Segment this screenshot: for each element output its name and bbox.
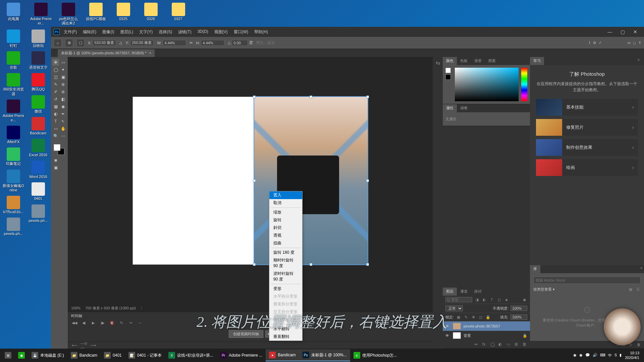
avatar-widget[interactable] <box>604 308 641 345</box>
desktop-icon[interactable]: 360安全浏览器 <box>3 73 24 96</box>
minimize-button[interactable]: — <box>604 28 616 36</box>
desktop-icon[interactable]: Adobe Premier... <box>30 3 52 25</box>
brush-tool[interactable]: ✐ <box>52 88 59 95</box>
lock-artboard-icon[interactable]: ◫ <box>478 314 483 320</box>
libraries-tab[interactable]: 库 <box>530 265 540 273</box>
menu-item[interactable]: 视图(V) <box>212 28 230 36</box>
desktop-icon[interactable]: 印象笔记 <box>3 147 24 166</box>
blend-mode-select[interactable]: 正常 <box>445 305 463 311</box>
fg-swatch[interactable] <box>445 68 451 73</box>
adjustments-tab[interactable]: 调整 <box>457 104 471 112</box>
document-tab[interactable]: 未标题-1 @ 100% (pexels-photo-3673557, RGB/… <box>58 49 155 57</box>
hue-slider[interactable] <box>521 68 527 101</box>
desktop-icon[interactable]: pexels-ph... <box>3 218 24 236</box>
panel-menu-icon[interactable]: ≡ <box>636 57 641 62</box>
fx-icon[interactable]: fx <box>482 342 487 347</box>
bg-swatch[interactable] <box>445 74 451 80</box>
context-menu-item[interactable]: 缩放 <box>269 208 302 216</box>
desktop-icon[interactable]: 0327 <box>168 3 189 25</box>
desktop-icon[interactable]: 语音转文字 <box>28 51 49 70</box>
close-tab-icon[interactable]: × <box>149 51 151 55</box>
taskbar-item[interactable]: ●Bandicam <box>266 349 299 361</box>
menu-item[interactable]: 3D(D) <box>195 28 211 36</box>
pen-tool[interactable]: ✒ <box>60 111 66 117</box>
lib-group-select[interactable]: 按类型查看 ▾ <box>533 287 555 292</box>
menu-item[interactable]: 窗口(W) <box>231 28 251 36</box>
transition-icon[interactable]: ↔ <box>137 319 144 326</box>
commit-transform-icon[interactable]: ✓ <box>599 41 602 45</box>
delta-icon[interactable]: △ <box>119 41 122 45</box>
next-frame-icon[interactable]: |▶ <box>99 319 106 326</box>
maximize-button[interactable]: ▢ <box>616 28 629 36</box>
create-timeline-button[interactable]: 创建视频时间轴 <box>229 330 263 338</box>
desktop-icon[interactable]: Adobe Premie... <box>3 100 24 122</box>
taskbar-item[interactable]: X设线+职业培训+第... <box>165 349 217 361</box>
path-tool[interactable]: ↖ <box>60 118 66 125</box>
link-icon[interactable]: ⇔ <box>190 41 193 45</box>
reference-point-icon[interactable]: ▢ <box>76 39 85 47</box>
layer-filter-input[interactable] <box>445 297 472 302</box>
play-icon[interactable]: ▶ <box>90 319 97 326</box>
zoom-readout[interactable]: 100% <box>71 306 80 310</box>
hand-tool[interactable]: ✋ <box>60 125 66 132</box>
timeline-zoom-out-icon[interactable]: ⟵ <box>71 342 78 349</box>
desktop-icon[interactable]: b7f5ca51b... <box>3 196 24 214</box>
menu-item[interactable]: 图层(L) <box>118 28 136 36</box>
more-tools[interactable]: ⋯ <box>60 133 66 139</box>
context-menu-item[interactable]: 斜切 <box>269 224 302 232</box>
taskbar-item[interactable]: e使用Photoshop怎... <box>350 349 400 361</box>
transform-origin-icon[interactable]: ⊞ <box>65 39 73 47</box>
desktop-icon[interactable]: 0326 <box>140 3 162 25</box>
home-icon[interactable]: ⌂ <box>54 39 62 47</box>
patterns-tab[interactable]: 图案 <box>485 57 499 65</box>
paths-tab[interactable]: 路径 <box>471 288 485 296</box>
frame-icon[interactable]: □ <box>633 41 636 45</box>
prev-frame-icon[interactable]: ◀| <box>80 319 87 326</box>
filter-adjust-icon[interactable]: ◐ <box>482 297 487 302</box>
opacity-input[interactable] <box>511 306 527 311</box>
desktop-icon[interactable]: 钉钉 <box>3 29 24 48</box>
mask-icon[interactable]: ◯ <box>490 342 495 347</box>
audio-icon[interactable]: 🔇 <box>109 319 115 326</box>
lock-pixel-icon[interactable]: ✎ <box>463 314 469 320</box>
visibility-icon[interactable]: 👁 <box>445 334 450 338</box>
warp-mode-icon[interactable]: ⌇ <box>589 41 590 45</box>
marquee-tool[interactable]: ▭ <box>60 59 66 66</box>
eyedropper-tool[interactable]: ✎ <box>52 81 59 88</box>
taskbar-item[interactable]: 📁Bandicam <box>67 349 101 361</box>
new-layer-icon[interactable]: ⊞ <box>515 342 519 347</box>
y-input[interactable] <box>130 40 154 46</box>
x-input[interactable] <box>93 40 116 46</box>
context-menu-item[interactable]: 变形 <box>269 285 302 293</box>
panel-menu-icon[interactable]: ≡ <box>639 265 644 270</box>
swatches-tab[interactable]: 色板 <box>457 57 471 65</box>
lib-grid-view-icon[interactable]: ▦ <box>628 287 633 292</box>
taskbar-item[interactable]: PrAdobe Premiere ... <box>217 349 266 361</box>
desktop-icon[interactable]: 设线PC模板 <box>85 3 107 25</box>
tray-icon[interactable]: ▮ <box>620 353 622 358</box>
context-menu-item[interactable]: 顺时针旋转 90 度 <box>269 256 302 270</box>
visibility-icon[interactable]: 👁 <box>445 324 450 328</box>
desktop-icon[interactable]: 微信 <box>28 95 49 114</box>
menu-item[interactable]: 帮助(H) <box>252 28 271 36</box>
color-tab[interactable]: 颜色 <box>443 57 457 65</box>
context-menu-item[interactable]: 置入 <box>269 191 302 199</box>
fill-input[interactable] <box>511 314 527 320</box>
taskbar-item[interactable]: ⊞ <box>1 349 15 361</box>
link-layers-icon[interactable]: ⇔ <box>474 342 479 347</box>
taskbar-item[interactable]: Ps未标题-1 @ 100%... <box>299 349 350 361</box>
context-menu-item[interactable]: 透视 <box>269 232 302 239</box>
menu-item[interactable]: 文字(Y) <box>137 28 155 36</box>
desktop-icon[interactable]: 0401 <box>28 182 49 201</box>
learn-item[interactable]: 绘画› <box>536 159 638 176</box>
frame-tool[interactable]: ▣ <box>60 74 66 80</box>
context-menu-item[interactable]: 水平翻转 <box>269 325 302 333</box>
h-input[interactable] <box>201 40 224 46</box>
filter-type-icon[interactable]: T <box>489 297 494 302</box>
status-arrow-icon[interactable]: 〉 <box>141 306 144 311</box>
lock-pos-icon[interactable]: ✥ <box>471 314 476 320</box>
adjustment-layer-icon[interactable]: ◐ <box>498 342 503 347</box>
zoom-tool[interactable]: 🔍 <box>52 133 59 139</box>
context-menu-item[interactable]: 取消 <box>269 199 302 207</box>
filter-pixel-icon[interactable]: ◨ <box>474 297 480 302</box>
